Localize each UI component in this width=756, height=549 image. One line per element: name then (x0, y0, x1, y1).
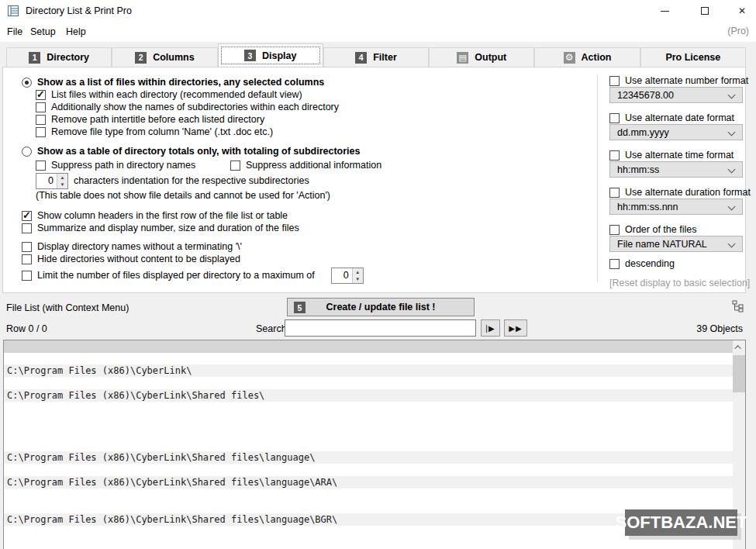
tab-label: Filter (373, 52, 397, 63)
tab-pro-license[interactable]: Pro License (640, 47, 746, 67)
checkbox-row[interactable]: Use alternate time format (609, 149, 734, 162)
checkbox-label[interactable]: Suppress additional information (246, 159, 381, 172)
radio-row-table-mode[interactable]: Show as a table of directory totals only… (22, 145, 361, 158)
checkbox-label[interactable]: Order of the files (625, 223, 696, 237)
checkbox-label[interactable]: Summarize and display number, size and d… (37, 222, 299, 235)
selected-value: dd.mm.yyyy (617, 127, 669, 138)
checkbox-label[interactable]: Use alternate time format (625, 149, 734, 162)
scroll-up-button[interactable] (733, 340, 745, 354)
checkbox-suppress-info[interactable] (230, 161, 240, 171)
scrollbar-thumb[interactable] (733, 355, 745, 392)
checkbox-row[interactable]: Additionally show the names of subdirect… (36, 101, 339, 114)
checkbox-alt-date-format[interactable] (609, 113, 620, 123)
menu-setup[interactable]: Setup (28, 25, 58, 40)
checkbox-row[interactable]: Summarize and display number, size and d… (22, 222, 299, 235)
time-format-select[interactable]: hh:mm:ss (609, 161, 743, 178)
checkbox-row[interactable]: Use alternate number format (609, 74, 748, 88)
checkbox-row[interactable]: Order of the files (609, 223, 696, 237)
list-item[interactable]: C:\Program Files (x86)\CyberLink\Shared … (4, 476, 733, 489)
go-first-button[interactable]: |▶ (481, 319, 500, 337)
watermark: SOFTBAZA.NET (625, 509, 737, 536)
spinner-down-icon[interactable] (353, 276, 363, 284)
radio-label[interactable]: Show as a table of directory totals only… (37, 145, 361, 158)
checkbox-label[interactable]: descending (625, 257, 675, 271)
tab-filter[interactable]: 4 Filter (323, 47, 429, 67)
checkbox-row[interactable]: Remove path intertitle before each liste… (36, 113, 264, 126)
checkbox-alt-number-format[interactable] (609, 76, 620, 86)
checkbox-row[interactable]: Suppress additional information (230, 159, 381, 172)
checkbox-summarize[interactable] (22, 223, 32, 233)
list-item[interactable]: C:\Program Files (x86)\CyberLink\Shared … (4, 389, 733, 402)
checkbox-row[interactable]: Use alternate duration format (609, 186, 751, 199)
search-input[interactable] (285, 319, 476, 337)
checkbox-label[interactable]: Limit the number of files displayed per … (37, 269, 315, 282)
indent-spinner[interactable]: 0 (36, 173, 68, 189)
checkbox-list-files[interactable] (36, 90, 46, 100)
minimize-button[interactable] (650, 0, 679, 22)
checkbox-row[interactable]: Remove file type from column 'Name' (.tx… (36, 126, 273, 139)
reset-display-link[interactable]: [Reset display to basic selection] (609, 278, 750, 288)
radio-table-mode[interactable] (22, 147, 32, 157)
radio-list-mode[interactable] (22, 78, 32, 88)
date-format-select[interactable]: dd.mm.yyyy (609, 124, 743, 140)
number-format-select[interactable]: 12345678.00 (609, 87, 743, 103)
tab-columns[interactable]: 2 Columns (112, 47, 217, 67)
checkbox-label[interactable]: Suppress path in directory names (51, 159, 195, 172)
duration-format-select[interactable]: hh:mm:ss.nnn (609, 199, 743, 215)
limit-spinner[interactable]: 0 (331, 268, 364, 284)
checkbox-row[interactable]: Suppress path in directory names (36, 159, 195, 172)
checkbox-descending[interactable] (609, 259, 620, 269)
checkbox-label[interactable]: Additionally show the names of subdirect… (51, 101, 339, 114)
checkbox-remove-filetype[interactable] (36, 127, 46, 137)
checkbox-row[interactable]: Show column headers in the first row of … (22, 209, 288, 223)
checkbox-label[interactable]: Remove path intertitle before each liste… (51, 113, 264, 126)
checkbox-label[interactable]: Show column headers in the first row of … (37, 209, 288, 223)
checkbox-label[interactable]: Hide directories without content to be d… (37, 253, 240, 266)
checkbox-alt-time-format[interactable] (609, 150, 620, 161)
list-item[interactable]: C:\Program Files (x86)\CyberLink\Shared … (4, 451, 733, 464)
spinner-value[interactable]: 0 (36, 174, 57, 188)
checkbox-label[interactable]: Use alternate date format (625, 112, 734, 125)
checkbox-alt-duration-format[interactable] (609, 188, 620, 198)
title-bar: Directory List & Print Pro (0, 0, 756, 22)
checkbox-row[interactable]: List files within each directory (recomm… (36, 88, 302, 102)
checkbox-limit-files[interactable] (22, 271, 32, 281)
checkbox-label[interactable]: Remove file type from column 'Name' (.tx… (51, 126, 273, 139)
checkbox-label[interactable]: Use alternate duration format (625, 186, 751, 199)
spinner-down-icon[interactable] (57, 181, 67, 189)
spinner-value[interactable]: 0 (332, 268, 352, 283)
checkbox-remove-intertitle[interactable] (36, 115, 46, 125)
spinner-up-icon[interactable] (57, 174, 67, 181)
maximize-button[interactable] (690, 0, 720, 22)
checkbox-show-subdirs[interactable] (36, 102, 46, 112)
checkbox-label[interactable]: List files within each directory (recomm… (51, 88, 302, 102)
checkbox-row[interactable]: Display directory names without a termin… (22, 240, 242, 254)
checkbox-suppress-path[interactable] (36, 161, 46, 171)
order-select[interactable]: File name NATURAL (609, 236, 743, 252)
checkbox-hide-empty[interactable] (22, 254, 32, 264)
checkbox-label[interactable]: Use alternate number format (625, 74, 748, 88)
tab-directory[interactable]: 1 Directory (6, 47, 112, 67)
checkbox-column-headers[interactable] (22, 211, 32, 221)
radio-label[interactable]: Show as a list of files within directori… (37, 76, 324, 89)
tab-output[interactable]: Output (429, 47, 534, 67)
checkbox-row[interactable]: Use alternate date format (609, 112, 734, 125)
tab-number-badge: 1 (29, 52, 40, 64)
spinner-up-icon[interactable] (353, 268, 363, 276)
tab-action[interactable]: Action (534, 47, 640, 67)
checkbox-no-trailing-backslash[interactable] (22, 242, 32, 252)
checkbox-row[interactable]: Hide directories without content to be d… (22, 253, 240, 266)
list-item[interactable]: C:\Program Files (x86)\CyberLink\ (4, 364, 733, 377)
go-next-button[interactable]: ▶▶ (504, 319, 527, 337)
menu-file[interactable]: File (5, 25, 25, 40)
tab-display[interactable]: 3 Display (218, 43, 323, 67)
checkbox-row[interactable]: descending (609, 257, 675, 271)
checkbox-label[interactable]: Display directory names without a termin… (37, 240, 242, 254)
close-button[interactable] (727, 0, 756, 22)
checkbox-order-files[interactable] (609, 225, 620, 235)
limit-row[interactable]: Limit the number of files displayed per … (22, 268, 364, 284)
tree-view-icon[interactable] (732, 300, 744, 312)
menu-help[interactable]: Help (64, 25, 88, 40)
radio-row-list-mode[interactable]: Show as a list of files within directori… (22, 76, 324, 89)
create-update-button[interactable]: 5 Create / update file list ! (287, 298, 475, 316)
